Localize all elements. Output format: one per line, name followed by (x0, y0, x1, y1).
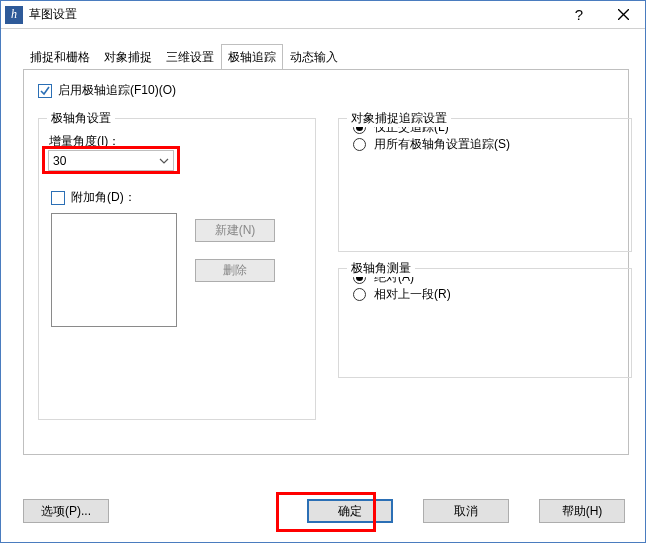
tab-strip: 捕捉和栅格 对象捕捉 三维设置 极轴追踪 动态输入 (23, 43, 629, 69)
tab-snap-grid[interactable]: 捕捉和栅格 (23, 44, 97, 70)
check-icon (40, 86, 50, 96)
help-button[interactable]: 帮助(H) (539, 499, 625, 523)
radio-all-polar[interactable]: 用所有极轴角设置追踪(S) (353, 136, 631, 153)
radio-relative-label: 相对上一段(R) (374, 286, 451, 303)
titlebar: h 草图设置 ? (1, 1, 645, 29)
increment-angle-label: 增量角度(I)： (49, 133, 120, 150)
group-polar-measure: 极轴角测量 绝对(A) 相对上一段(R) (338, 268, 632, 378)
tab-object-snap[interactable]: 对象捕捉 (97, 44, 159, 70)
group-osnap-tracking: 对象捕捉追踪设置 仅正交追踪(L) 用所有极轴角设置追踪(S) (338, 118, 632, 252)
window-title: 草图设置 (29, 6, 557, 23)
radio-relative-indicator (353, 288, 366, 301)
enable-polar-label: 启用极轴追踪(F10)(O) (58, 82, 176, 99)
app-icon: h (5, 6, 23, 24)
radio-relative[interactable]: 相对上一段(R) (353, 286, 631, 303)
enable-polar-row[interactable]: 启用极轴追踪(F10)(O) (38, 82, 614, 99)
ok-button[interactable]: 确定 (307, 499, 393, 523)
enable-polar-checkbox[interactable] (38, 84, 52, 98)
chevron-down-icon (159, 155, 169, 169)
tab-dynamic-input[interactable]: 动态输入 (283, 44, 345, 70)
group-measure-legend: 极轴角测量 (347, 260, 415, 277)
additional-angle-checkbox[interactable]: ✓ (51, 191, 65, 205)
group-polar-angle: 极轴角设置 增量角度(I)： 30 ✓ 附加角(D)： 新建(N) 删除 (38, 118, 316, 420)
group-osnap-legend: 对象捕捉追踪设置 (347, 110, 451, 127)
cancel-button[interactable]: 取消 (423, 499, 509, 523)
additional-angle-list[interactable] (51, 213, 177, 327)
tab-polar-tracking[interactable]: 极轴追踪 (221, 44, 283, 70)
new-angle-button[interactable]: 新建(N) (195, 219, 275, 242)
increment-angle-value: 30 (53, 154, 66, 168)
help-titlebar-button[interactable]: ? (557, 1, 601, 29)
group-polar-legend: 极轴角设置 (47, 110, 115, 127)
tab-3d-settings[interactable]: 三维设置 (159, 44, 221, 70)
close-button[interactable] (601, 1, 645, 29)
options-button[interactable]: 选项(P)... (23, 499, 109, 523)
radio-all-polar-label: 用所有极轴角设置追踪(S) (374, 136, 510, 153)
close-icon (618, 9, 629, 20)
delete-angle-button[interactable]: 删除 (195, 259, 275, 282)
dialog-footer: 选项(P)... 确定 取消 帮助(H) (1, 480, 645, 542)
additional-angle-row[interactable]: ✓ 附加角(D)： (51, 189, 136, 206)
additional-angle-label: 附加角(D)： (71, 189, 136, 206)
increment-angle-combo[interactable]: 30 (48, 150, 174, 171)
radio-all-polar-indicator (353, 138, 366, 151)
tab-panel-polar: 启用极轴追踪(F10)(O) 极轴角设置 增量角度(I)： 30 ✓ 附加角(D… (23, 69, 629, 455)
